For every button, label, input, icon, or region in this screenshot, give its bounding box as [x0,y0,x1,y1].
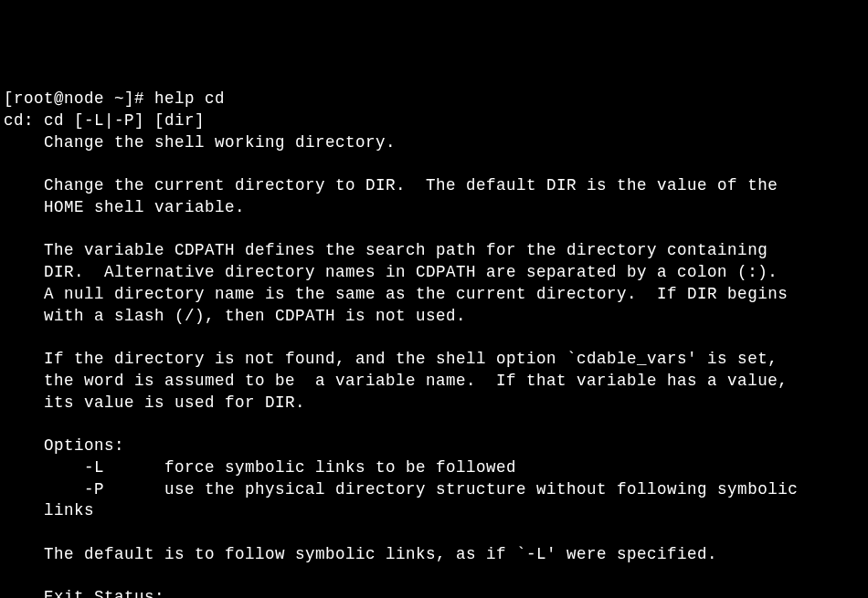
terminal-line [4,153,864,175]
terminal-line: If the directory is not found, and the s… [4,349,864,371]
terminal-line: -P use the physical directory structure … [4,479,864,501]
terminal-line: links [4,500,864,522]
terminal-line: DIR. Alternative directory names in CDPA… [4,262,864,284]
terminal-line: HOME shell variable. [4,197,864,219]
terminal-line: its value is used for DIR. [4,393,864,414]
terminal-line [4,414,864,435]
terminal-line: Exit Status: [4,587,864,598]
terminal-line: The default is to follow symbolic links,… [4,544,864,566]
terminal-line: the word is assumed to be a variable nam… [4,371,864,393]
terminal-line: Change the shell working directory. [4,132,864,154]
terminal-line: The variable CDPATH defines the search p… [4,240,864,262]
terminal-line: Options: [4,435,864,457]
terminal-line [4,522,864,544]
terminal-line [4,327,864,349]
terminal-line: -L force symbolic links to be followed [4,457,864,479]
terminal-line: with a slash (/), then CDPATH is not use… [4,306,864,328]
terminal-line: cd: cd [-L|-P] [dir] [4,110,864,132]
terminal-line [4,566,864,588]
terminal-output[interactable]: [root@node ~]# help cdcd: cd [-L|-P] [di… [4,89,864,598]
terminal-line [4,219,864,241]
terminal-line: [root@node ~]# help cd [4,89,864,110]
terminal-line: A null directory name is the same as the… [4,284,864,306]
terminal-line: Change the current directory to DIR. The… [4,175,864,197]
